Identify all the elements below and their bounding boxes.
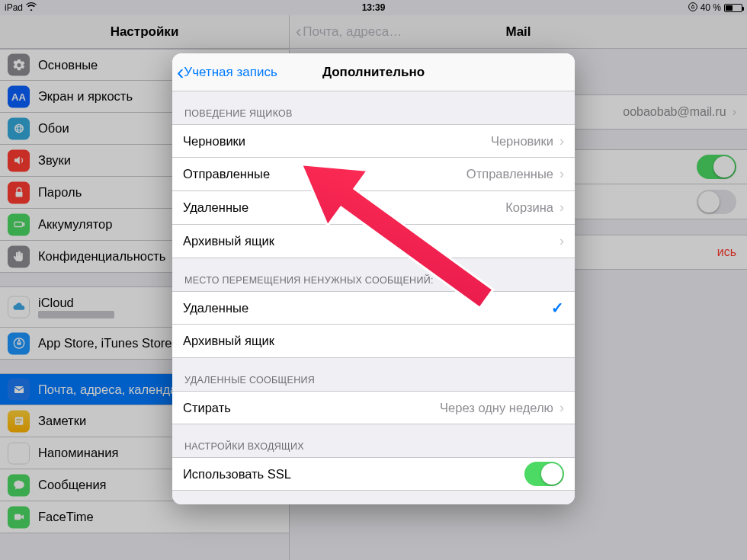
label: Стирать — [183, 401, 231, 415]
section-deleted-messages: Удаленные сообщения — [172, 358, 575, 391]
row-use-ssl[interactable]: Использовать SSL — [172, 457, 575, 491]
chevron-right-icon: › — [559, 200, 564, 216]
modal-back-button[interactable]: ‹ Учетная запись — [172, 62, 277, 83]
label: Архивный ящик — [183, 334, 274, 348]
back-label: Почта, адреса… — [303, 24, 402, 40]
back-button[interactable]: ‹ Почта, адреса… — [290, 24, 402, 40]
label: Удаленные — [183, 200, 248, 215]
chevron-left-icon: ‹ — [296, 24, 301, 40]
modal-navbar: ‹ Учетная запись Дополнительно — [172, 53, 575, 91]
checkmark-icon: ✓ — [551, 299, 564, 317]
screen: iPad 13:39 40 % Настройки — [0, 0, 747, 560]
row-deleted[interactable]: Удаленные Корзина › — [172, 191, 575, 225]
section-incoming-settings: Настройки входящих — [172, 424, 575, 457]
option-archive-mailbox[interactable]: Архивный ящик — [172, 325, 575, 358]
ssl-toggle[interactable] — [524, 462, 564, 486]
label: Черновики — [183, 134, 245, 149]
label: Отправленные — [183, 167, 270, 181]
option-deleted-mailbox[interactable]: Удаленные ✓ — [172, 291, 575, 325]
chevron-right-icon: › — [559, 400, 564, 416]
modal-back-label: Учетная запись — [184, 65, 277, 80]
value: Через одну неделю — [440, 401, 553, 415]
value: Отправленные — [466, 167, 553, 181]
label: Архивный ящик — [183, 234, 274, 248]
value: Черновики — [491, 134, 553, 149]
chevron-right-icon: › — [559, 166, 564, 182]
section-move-discarded: Место перемещения ненужных сообщений: — [172, 258, 575, 291]
row-sent[interactable]: Отправленные Отправленные › — [172, 158, 575, 191]
chevron-right-icon: › — [559, 233, 564, 249]
row-drafts[interactable]: Черновики Черновики › — [172, 124, 575, 158]
value: Корзина — [505, 200, 553, 215]
advanced-modal: ‹ Учетная запись Дополнительно Поведение… — [172, 53, 575, 504]
label: Удаленные — [183, 301, 248, 315]
row-erase[interactable]: Стирать Через одну неделю › — [172, 391, 575, 424]
chevron-right-icon: › — [559, 133, 564, 149]
label: Использовать SSL — [183, 467, 291, 482]
section-mailbox-behaviors: Поведение ящиков — [172, 91, 575, 124]
chevron-left-icon: ‹ — [177, 62, 184, 83]
row-archive[interactable]: Архивный ящик › — [172, 225, 575, 258]
